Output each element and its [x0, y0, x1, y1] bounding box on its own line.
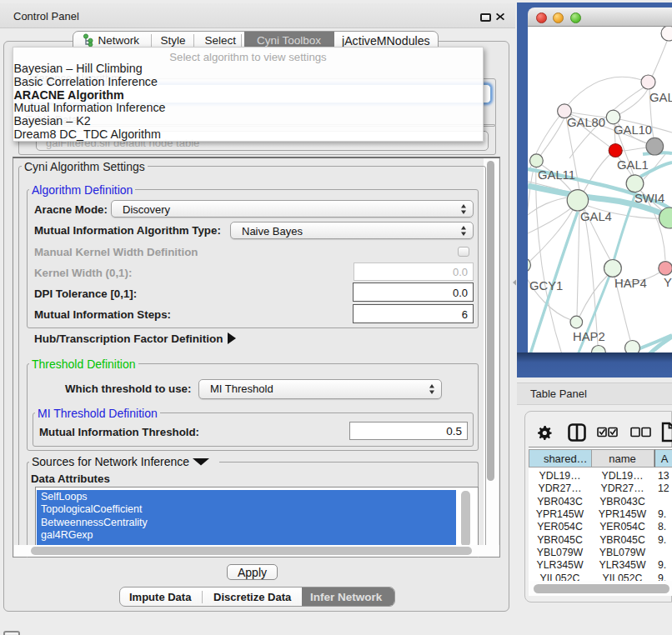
svg-text:GCY1: GCY1: [529, 279, 563, 292]
svg-text:GAL11: GAL11: [538, 168, 575, 182]
svg-text:GAL10: GAL10: [614, 123, 652, 137]
svg-text:SWI4: SWI4: [634, 192, 664, 205]
svg-text:HAP4: HAP4: [614, 277, 647, 290]
svg-text:Y: Y: [664, 276, 672, 289]
svg-text:GAL1: GAL1: [617, 158, 649, 172]
svg-text:GAL2: GAL2: [649, 91, 672, 104]
svg-text:HAP2: HAP2: [573, 330, 605, 343]
svg-text:GAL4: GAL4: [580, 210, 612, 223]
svg-text:GAL80: GAL80: [567, 116, 605, 129]
